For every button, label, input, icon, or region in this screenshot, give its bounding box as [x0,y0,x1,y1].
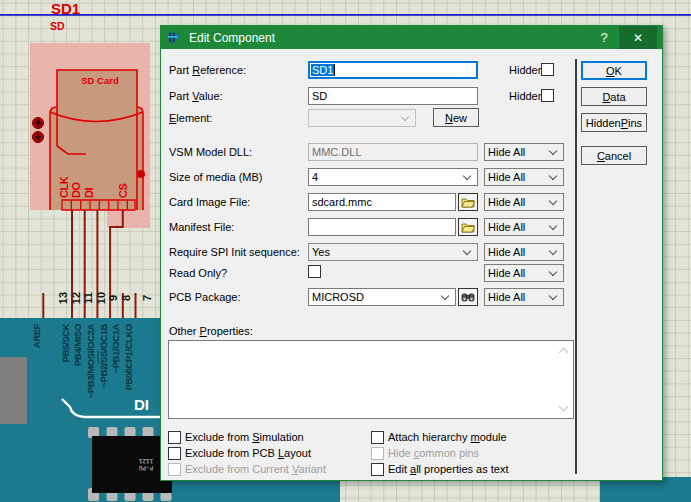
manifest-hide-all-dropdown[interactable]: Hide All [484,218,564,236]
media-size-label: Size of media (MB) [169,171,263,183]
pin-number-13: 13 [57,292,69,304]
read-only-label: Read Only? [169,267,227,279]
read-only-hide-all-dropdown[interactable]: Hide All [484,264,564,282]
rotate-up-handle[interactable] [33,118,44,129]
binoculars-icon [461,291,475,303]
card-image-label: Card Image File: [169,196,250,208]
board-label-0: AREF [31,323,42,348]
manifest-label: Manifest File: [169,221,234,233]
vsm-hide-all-dropdown[interactable]: Hide All [484,143,564,161]
chevron-down-icon [549,267,557,275]
pin-number-11: 11 [82,292,94,304]
new-element-button[interactable]: New [433,108,479,127]
vsm-model-input [308,143,478,161]
text-caret [334,64,335,76]
chip-marking-line1: P-PU [138,465,153,472]
vsm-model-label: VSM Model DLL: [169,146,252,158]
proteus-schematic-screen: { "window": { "title": "Edit Component",… [0,0,691,502]
hide-common-pins-label: Hide common pins [388,447,479,459]
chevron-down-icon [441,291,449,299]
pin-number-10: 10 [95,292,107,304]
data-button[interactable]: Data [581,87,647,106]
attach-hierarchy-checkbox[interactable] [371,431,384,444]
edit-properties-as-text-checkbox[interactable] [371,463,384,476]
card-image-input[interactable] [308,193,456,211]
card-pin-label-CLK: CLK [58,176,70,198]
edit-component-icon [167,30,182,45]
pin-number-12: 12 [70,292,82,304]
pcb-package-combo[interactable]: MICROSD [308,288,456,306]
usb-connector [0,357,27,424]
other-properties-textarea[interactable] [168,340,574,419]
board-digital-label: DI [134,396,149,413]
media-size-combo[interactable]: 4 [308,168,478,186]
require-spi-combo: Yes [308,243,478,261]
chevron-down-icon [549,146,557,154]
chip-marking-line2: 1121 [138,458,153,465]
part-value-text[interactable]: SD [50,20,65,32]
board-label-3: ~PB3/MOSI/OC2A [85,323,96,398]
chevron-down-icon [549,291,557,299]
board-label-1: PB5/SCK [60,323,71,362]
folder-icon [461,196,475,208]
element-combo[interactable] [308,109,416,127]
chevron-down-icon [463,246,471,254]
card-image-browse-button[interactable] [458,193,478,211]
board-label-5: ~PB1/OC1A [110,323,121,373]
board-label-2: PB4/MISO [72,324,83,366]
pcb-package-search-button[interactable] [458,288,478,306]
part-reference-label: Part Reference: [169,64,246,76]
card-pin-label-DO: DO [70,182,82,198]
hidden-pins-button[interactable]: Hidden Pins [581,113,647,132]
part-reference-text[interactable]: SD1 [51,0,80,17]
cs-junction-dot [137,170,145,178]
chevron-down-icon [549,196,557,204]
exclude-simulation-checkbox[interactable] [168,431,181,444]
part-value-label: Part Value: [169,90,223,102]
sheet-border-line [0,14,691,16]
edit-component-dialog: Edit Component ? ✕ Part Reference: SD1 H… [160,25,663,481]
pcb-package-label: PCB Package: [169,291,241,303]
part-reference-input[interactable]: SD1 [308,61,478,79]
card-pin-label-CS: CS [117,184,129,198]
close-button[interactable]: ✕ [619,26,657,49]
pin-number-8: 8 [120,295,132,301]
media-hide-all-dropdown[interactable]: Hide All [484,168,564,186]
manifest-input[interactable] [308,218,456,236]
help-button[interactable]: ? [589,30,619,45]
edit-properties-as-text-label: Edit all properties as text [388,463,508,475]
part-reference-hidden-checkbox[interactable] [541,63,554,76]
exclude-simulation-label: Exclude from Simulation [185,431,304,443]
pin-number-7: 7 [141,295,153,301]
part-value-hidden-checkbox[interactable] [541,89,554,102]
ok-button[interactable]: OK [581,61,647,80]
require-spi-label: Require SPI Init sequence: [169,246,300,258]
exclude-current-variant-checkbox [168,463,181,476]
board-label-4: ~PB2/SS/OC1B [98,323,109,387]
part-value-input[interactable] [308,87,478,105]
pcb-package-hide-all-dropdown[interactable]: Hide All [484,288,564,306]
scroll-up-icon[interactable] [559,348,569,358]
chevron-down-icon [549,246,557,254]
exclude-pcb-layout-checkbox[interactable] [168,447,181,460]
card-pin-label-DI: DI [83,188,95,198]
element-label: Element: [169,112,212,124]
manifest-browse-button[interactable] [458,218,478,236]
sd-card-title: SD Card [81,75,119,86]
chevron-down-icon [549,171,557,179]
card-image-hide-all-dropdown[interactable]: Hide All [484,193,564,211]
hide-common-pins-checkbox [371,447,384,460]
pin-number-9: 9 [107,295,119,301]
dialog-title: Edit Component [189,31,589,45]
require-spi-hide-all-dropdown[interactable]: Hide All [484,243,564,261]
chevron-down-icon [549,221,557,229]
dialog-titlebar[interactable]: Edit Component ? ✕ [161,26,662,49]
scroll-down-icon[interactable] [559,402,569,412]
read-only-checkbox[interactable] [308,265,321,278]
attach-hierarchy-label: Attach hierarchy module [388,431,507,443]
chevron-down-icon [401,112,409,120]
dialog-divider [575,59,577,474]
folder-icon [461,221,475,233]
rotate-down-handle[interactable] [33,132,44,143]
cancel-button[interactable]: Cancel [581,146,647,165]
